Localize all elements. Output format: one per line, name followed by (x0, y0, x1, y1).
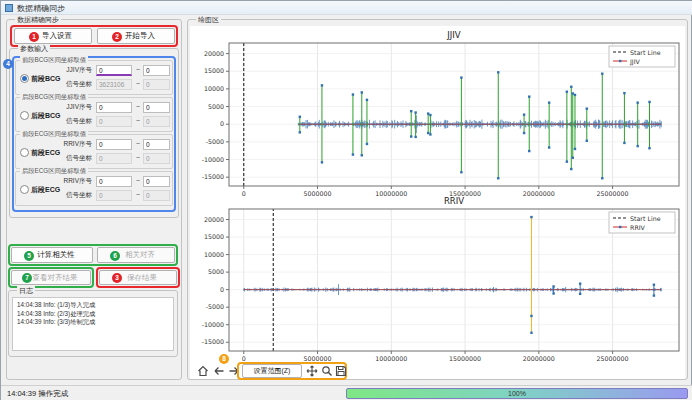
view-align-result-button[interactable]: 7 查看对齐结果 (11, 270, 91, 285)
svg-text:20000000: 20000000 (523, 355, 555, 362)
back-icon[interactable] (213, 365, 225, 377)
svg-text:RRIV: RRIV (630, 224, 646, 231)
log-line: 14:04:39 Info: (3/3)绘制完成 (17, 318, 173, 327)
badge-8: 8 (219, 354, 229, 364)
svg-text:25000000: 25000000 (597, 355, 629, 362)
rear-bcg-coord-label: 信号坐标 (54, 117, 92, 126)
svg-text:-5000: -5000 (206, 303, 224, 310)
svg-text:0: 0 (242, 190, 246, 197)
svg-text:Start Line: Start Line (630, 215, 661, 222)
rear-ecg-rriv-from-input[interactable] (96, 176, 132, 187)
badge-3: 3 (112, 273, 122, 283)
set-range-label: 设置范围(Z) (243, 365, 301, 377)
badge-6: 6 (110, 251, 120, 261)
rear-bcg-jjiv-label: JJIV序号 (54, 103, 92, 112)
badge-2: 2 (112, 32, 122, 42)
section-rear-ecg-title: 后段ECG区间坐标取值 (20, 167, 88, 176)
front-bcg-jjiv-label: JJIV序号 (54, 66, 92, 75)
front-bcg-coord-to-input (143, 79, 170, 90)
svg-text:-15000: -15000 (202, 338, 224, 345)
front-bcg-jjiv-from-input[interactable] (96, 65, 132, 76)
front-ecg-radio[interactable] (20, 148, 29, 157)
svg-text:20000: 20000 (204, 216, 224, 223)
save-result-button[interactable]: 3 保存结果 (99, 270, 177, 285)
pan-icon[interactable] (306, 365, 318, 377)
section-rear-ecg: 后段ECG区间坐标取值 后段ECG RRIV序号 ~ 信号坐标 ~ (15, 171, 173, 206)
svg-text:0: 0 (220, 286, 224, 293)
rear-bcg-coord-from-input (96, 116, 132, 127)
svg-text:15000000: 15000000 (449, 355, 481, 362)
svg-text:5000000: 5000000 (304, 355, 332, 362)
svg-text:0: 0 (220, 120, 224, 127)
log-line: 14:04:38 Info: (1/3)导入完成 (17, 301, 173, 310)
progress-bar: 100% (346, 388, 688, 399)
svg-text:-10000: -10000 (202, 321, 224, 328)
home-icon[interactable] (197, 365, 209, 377)
log-textarea[interactable]: 14:04:38 Info: (1/3)导入完成 14:04:38 Info: … (12, 297, 174, 351)
svg-text:25000000: 25000000 (597, 190, 629, 197)
svg-text:10000: 10000 (204, 251, 224, 258)
start-import-label: 开始导入 (98, 29, 174, 43)
window-title: 数据精确同步 (17, 3, 65, 14)
front-ecg-rriv-label: RRIV序号 (54, 140, 92, 149)
rriv-chart: 0500000010000000150000002000000025000000… (191, 197, 684, 363)
rear-ecg-coord-to-input (143, 190, 170, 201)
svg-text:10000000: 10000000 (375, 190, 407, 197)
svg-text:5000: 5000 (208, 268, 224, 275)
badge-4: 4 (3, 59, 13, 69)
svg-text:15000: 15000 (204, 67, 224, 74)
rear-ecg-rriv-to-input[interactable] (143, 176, 170, 187)
svg-text:-15000: -15000 (202, 173, 224, 180)
tilde: ~ (136, 177, 140, 184)
app-icon (5, 4, 13, 12)
app-window: 数据精确同步 数据精确同步 1 导入设置 2 开始导入 参数输入 4 前段BCG… (0, 0, 692, 400)
svg-text:10000000: 10000000 (375, 355, 407, 362)
zoom-icon[interactable] (321, 365, 333, 377)
tilde: ~ (136, 140, 140, 147)
section-front-bcg-title: 前段BCG区间坐标取值 (20, 56, 88, 65)
svg-text:-10000: -10000 (202, 156, 224, 163)
svg-text:10000: 10000 (204, 85, 224, 92)
align-button[interactable]: 6 相关对齐 (97, 247, 175, 263)
svg-text:RRIV: RRIV (444, 197, 464, 206)
rear-bcg-jjiv-from-input[interactable] (96, 102, 132, 113)
log-line: 14:04:38 Info: (2/3)处理完成 (17, 310, 173, 319)
plot-panel-title: 绘图区 (196, 15, 221, 25)
start-import-button[interactable]: 2 开始导入 (97, 28, 175, 44)
svg-text:JJIV: JJIV (629, 58, 641, 66)
import-settings-label: 导入设置 (15, 29, 91, 43)
tilde: ~ (136, 80, 140, 87)
status-message: 14:04:39 操作完成 (7, 389, 68, 399)
progress-label: 100% (508, 390, 526, 397)
svg-text:5000000: 5000000 (304, 190, 332, 197)
rear-ecg-radio[interactable] (20, 185, 29, 194)
section-front-bcg: 前段BCG区间坐标取值 前段BCG JJIV序号 ~ 信号坐标 ~ (15, 60, 173, 95)
front-ecg-coord-to-input (143, 153, 170, 164)
status-bar: 14:04:39 操作完成 100% (1, 385, 692, 400)
save-icon[interactable] (335, 365, 347, 377)
tilde: ~ (136, 103, 140, 110)
rear-bcg-radio[interactable] (20, 111, 29, 120)
rear-bcg-coord-to-input (143, 116, 170, 127)
front-bcg-jjiv-to-input[interactable] (143, 65, 170, 76)
front-ecg-rriv-from-input[interactable] (96, 139, 132, 150)
front-bcg-coord-label: 信号坐标 (54, 80, 92, 89)
compute-correlation-button[interactable]: 5 计算相关性 (11, 247, 93, 263)
front-bcg-radio[interactable] (20, 74, 29, 83)
front-ecg-coord-from-input (96, 153, 132, 164)
section-rear-bcg-title: 后段BCG区间坐标取值 (20, 93, 88, 102)
rear-bcg-jjiv-to-input[interactable] (143, 102, 170, 113)
section-front-ecg-title: 前段ECG区间坐标取值 (20, 130, 88, 139)
left-panel-title: 数据精确同步 (15, 15, 61, 25)
rear-ecg-coord-from-input (96, 190, 132, 201)
svg-text:JJIV: JJIV (446, 30, 461, 40)
log-group-title: 日志 (17, 286, 35, 296)
section-front-ecg: 前段ECG区间坐标取值 前段ECG RRIV序号 ~ 信号坐标 ~ (15, 134, 173, 169)
badge-5: 5 (24, 251, 34, 261)
section-rear-bcg: 后段BCG区间坐标取值 后段BCG JJIV序号 ~ 信号坐标 ~ (15, 97, 173, 132)
front-ecg-coord-label: 信号坐标 (54, 154, 92, 163)
svg-text:Start Line: Start Line (630, 49, 661, 56)
set-range-button[interactable]: 设置范围(Z) (242, 364, 302, 378)
front-ecg-rriv-to-input[interactable] (143, 139, 170, 150)
import-settings-button[interactable]: 1 导入设置 (14, 28, 92, 44)
